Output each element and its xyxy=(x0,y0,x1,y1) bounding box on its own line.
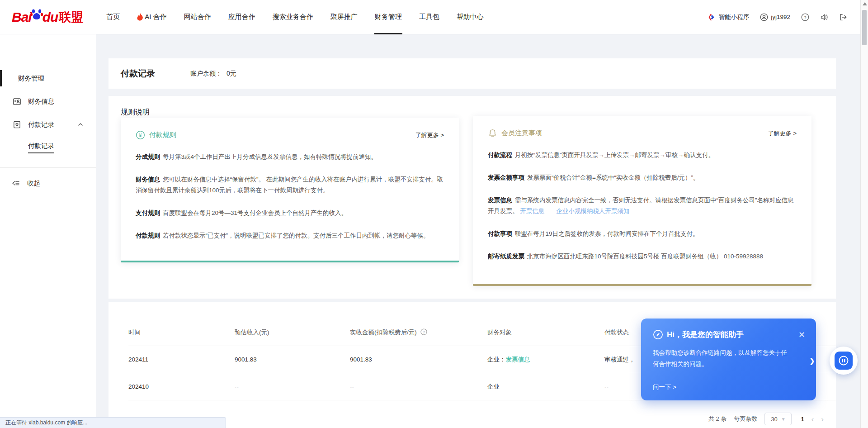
browser-status-bar: 正在等待 xlab.baidu.com 的响应... xyxy=(0,417,226,428)
sidebar-group-finance: 财务管理 xyxy=(0,70,96,87)
scroll-up-arrow-icon[interactable] xyxy=(863,2,867,5)
coin-yen-icon: ¥ xyxy=(136,130,145,140)
col-header-actual: 实收金额(扣除税费后/元) ? xyxy=(350,328,487,337)
flame-icon xyxy=(137,13,143,21)
select-caret-icon: ▼ xyxy=(781,417,786,422)
member-notes-panel: 会员注意事项 了解更多 > 付款流程月初按“发票信息”页面开具发票→上传发票→邮… xyxy=(473,116,811,286)
chevron-up-icon[interactable] xyxy=(78,122,83,127)
assistant-header: Hi，我是您的智能助手 ✕ xyxy=(653,329,805,340)
compass-icon xyxy=(653,329,663,340)
cell-estimated: -- xyxy=(235,383,350,390)
vertical-scrollbar[interactable] xyxy=(860,0,868,428)
prev-page-button[interactable]: ‹ xyxy=(811,415,814,423)
nav-item-search[interactable]: 搜索业务合作 xyxy=(264,0,322,34)
bell-icon xyxy=(488,128,497,138)
nav-item-ai[interactable]: AI 合作 xyxy=(128,0,175,34)
close-icon[interactable]: ✕ xyxy=(798,331,805,339)
svg-text:?: ? xyxy=(804,14,807,19)
payment-rules-more-link[interactable]: 了解更多 > xyxy=(415,131,444,139)
balance-value: 0元 xyxy=(226,70,236,77)
nav-item-home[interactable]: 首页 xyxy=(98,0,128,34)
payment-rules-header: ¥ 付款规则 了解更多 > xyxy=(136,130,444,140)
question-circle-icon[interactable]: ? xyxy=(420,328,427,335)
rule-item: 邮寄纸质发票北京市海淀区西北旺东路10号院百度科技园5号楼 百度联盟财务组（收）… xyxy=(488,251,797,262)
rule-item: 发票金额事项发票票面“价税合计”金额=系统中“实收金额（扣除税费后/元）”。 xyxy=(488,172,797,183)
logo-text-union: 联盟 xyxy=(59,9,83,25)
rule-item: 付款事项联盟在每月19日之后签收的发票，付款时间安排在下个月首批支付。 xyxy=(488,228,797,239)
ask-now-link[interactable]: 问一下 > xyxy=(653,383,676,391)
app-screen: Bai du 联盟 首页 AI 合作 网站合作 应用合作 搜索业务合作 聚屏 xyxy=(0,0,868,428)
pagination: 共 2 条 每页条数 30 ▼ 1 ‹ › xyxy=(708,413,824,425)
total-count: 共 2 条 xyxy=(708,415,726,423)
col-header-time: 时间 xyxy=(128,328,235,337)
page-header-card: 付款记录 账户余额：0元 xyxy=(108,58,836,89)
rule-item: 付款规则若付款状态显示“已支付”，说明联盟已安排了您的付款。支付后三个工作日内到… xyxy=(136,230,444,241)
page-title: 付款记录 xyxy=(121,68,155,80)
member-notes-more-link[interactable]: 了解更多 > xyxy=(768,129,797,138)
logout-icon[interactable] xyxy=(839,13,847,21)
baidu-paw-icon xyxy=(30,7,43,21)
cell-time: 202411 xyxy=(128,356,235,363)
baidu-union-logo[interactable]: Bai du 联盟 xyxy=(12,7,83,27)
sound-icon[interactable] xyxy=(820,13,828,21)
assistant-message: 我会帮助您诊断合作链路问题，以及解答您关于任何合作相关的问题。 xyxy=(653,347,791,370)
nav-item-finance[interactable]: 财务管理 xyxy=(366,0,410,34)
rule-item: 付款流程月初按“发票信息”页面开具发票→上传发票→邮寄发票→审核→确认支付。 xyxy=(488,150,797,161)
per-page-label: 每页条数 xyxy=(734,415,757,423)
user-account[interactable]: jyj1992 xyxy=(760,13,790,21)
small-taxpayer-guide-link[interactable]: 企业小规模纳税人开票须知 xyxy=(556,208,629,214)
nav-item-screen[interactable]: 聚屏推广 xyxy=(322,0,366,34)
sidebar-collapse-button[interactable]: 收起 xyxy=(0,174,96,192)
sidebar-subitem-payment-records[interactable]: 付款记录 xyxy=(0,139,96,156)
sidebar-item-payment-records[interactable]: 付款记录 xyxy=(0,116,96,133)
col-header-finance-object: 财务对象 xyxy=(487,328,604,337)
cell-time: 202410 xyxy=(128,383,235,390)
per-page-select[interactable]: 30 ▼ xyxy=(764,413,792,425)
cell-finance-object: 企业 xyxy=(487,383,604,391)
assistant-robot-icon xyxy=(835,352,853,370)
top-nav: Bai du 联盟 首页 AI 合作 网站合作 应用合作 搜索业务合作 聚屏 xyxy=(0,0,868,34)
nav-item-website[interactable]: 网站合作 xyxy=(175,0,220,34)
rule-item: 财务信息您可以在财务信息中选择“保留付款”。 在此期间您产生的收入将在账户内进行… xyxy=(136,174,444,196)
rule-item: 分成规则每月第3或4个工作日产出上月分成信息及发票信息，如有特殊情况将提前通知。 xyxy=(136,152,444,162)
nav-item-app[interactable]: 应用合作 xyxy=(220,0,264,34)
invoice-info-table-link[interactable]: 发票信息 xyxy=(506,356,530,363)
sidebar-item-finance-info[interactable]: 财务信息 xyxy=(0,93,96,110)
nav-menu: 首页 AI 合作 网站合作 应用合作 搜索业务合作 聚屏推广 财务管理 工具包 … xyxy=(98,0,492,34)
sidebar-group-title: 财务管理 xyxy=(18,74,44,83)
assistant-float-button[interactable] xyxy=(830,347,858,375)
rules-section: 规则说明 ¥ 付款规则 了解更多 > 分成规则每月第3或4个工作日产出上月分成信… xyxy=(108,96,836,299)
svg-text:?: ? xyxy=(423,330,425,334)
status-text: 正在等待 xlab.baidu.com 的响应... xyxy=(5,419,87,427)
nav-item-tools[interactable]: 工具包 xyxy=(410,0,448,34)
payment-rules-panel: ¥ 付款规则 了解更多 > 分成规则每月第3或4个工作日产出上月分成信息及发票信… xyxy=(121,118,459,262)
active-group-indicator xyxy=(0,70,2,86)
miniprogram-entry[interactable]: 智能小程序 xyxy=(708,13,750,21)
cell-actual: -- xyxy=(350,383,487,390)
nav-item-help[interactable]: 帮助中心 xyxy=(448,0,492,34)
logo-text-bai: Bai xyxy=(12,10,32,25)
balance-label: 账户余额： xyxy=(190,70,222,77)
next-page-button[interactable]: › xyxy=(821,415,824,423)
assistant-collapse-chevron-icon[interactable]: ❯ xyxy=(809,357,815,365)
rule-item: 支付规则百度联盟会在每月20号—31号支付企业会员上个自然月产生的收入。 xyxy=(136,208,444,219)
scrollbar-thumb[interactable] xyxy=(862,10,867,45)
invoice-info-link[interactable]: 开票信息 xyxy=(520,208,544,214)
user-icon xyxy=(760,13,768,21)
rule-item: 发票信息需与系统内发票信息内容完全一致，否则无法支付。请根据发票信息页面中“百度… xyxy=(488,195,797,217)
svg-text:¥: ¥ xyxy=(139,133,142,138)
member-notes-header: 会员注意事项 了解更多 > xyxy=(488,128,797,138)
sidebar-divider xyxy=(0,167,96,168)
col-header-estimated: 预估收入(元) xyxy=(235,328,350,337)
account-balance: 账户余额：0元 xyxy=(190,70,236,78)
current-page[interactable]: 1 xyxy=(801,416,804,423)
member-notes-title: 会员注意事项 xyxy=(501,129,542,138)
finance-info-icon xyxy=(13,97,21,106)
cell-estimated: 9001.83 xyxy=(235,356,350,363)
assistant-popup: Hi，我是您的智能助手 ✕ 我会帮助您诊断合作链路问题，以及解答您关于任何合作相… xyxy=(641,319,816,400)
logo-text-du: du xyxy=(42,10,58,25)
smart-miniprogram-icon xyxy=(708,13,716,21)
help-icon[interactable]: ? xyxy=(801,13,809,21)
collapse-icon xyxy=(12,180,20,187)
payment-rules-title: 付款规则 xyxy=(149,131,176,139)
